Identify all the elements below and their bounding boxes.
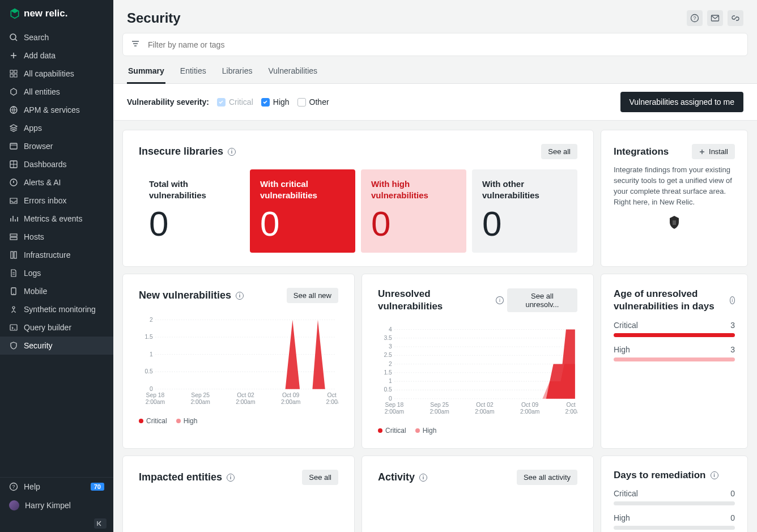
info-icon[interactable]: i — [236, 292, 244, 300]
sidebar-item-label: Query builder — [24, 323, 71, 332]
sidebar-item-query-builder[interactable]: Query builder — [0, 318, 113, 337]
svg-text:2:00am: 2:00am — [565, 408, 577, 415]
stat-tile[interactable]: Total with vulnerabilities0 — [139, 169, 244, 253]
assigned-to-me-button[interactable]: Vulnerabilities assigned to me — [620, 92, 743, 112]
activity-see-all-button[interactable]: See all activity — [517, 470, 577, 485]
sidebar-item-alerts-ai[interactable]: Alerts & AI — [0, 173, 113, 191]
svg-rect-1 — [10, 70, 13, 73]
info-icon[interactable]: i — [227, 474, 235, 482]
tab-libraries[interactable]: Libraries — [221, 61, 254, 83]
svg-text:1.5: 1.5 — [384, 369, 392, 376]
sidebar-item-label: Metrics & events — [24, 214, 82, 223]
help-item[interactable]: ? Help 70 — [0, 478, 113, 496]
stat-tile[interactable]: With high vulnerabilities0 — [361, 169, 466, 253]
sidebar-item-synthetic-monitoring[interactable]: Synthetic monitoring — [0, 300, 113, 318]
see-all-new-button[interactable]: See all new — [287, 288, 338, 303]
link-icon-button[interactable] — [728, 10, 743, 26]
severity-critical-checkbox[interactable]: Critical — [217, 97, 253, 107]
window-icon — [9, 142, 18, 151]
svg-rect-11 — [11, 252, 13, 258]
synth-icon — [9, 305, 18, 314]
search-icon — [9, 33, 18, 42]
svg-text:Oct 16: Oct 16 — [567, 402, 577, 408]
sidebar-item-mobile[interactable]: Mobile — [0, 282, 113, 300]
svg-text:0.5: 0.5 — [384, 387, 392, 393]
svg-text:2:00am: 2:00am — [475, 408, 495, 415]
insecure-libraries-card: Insecure libraries i See all Total with … — [122, 130, 594, 267]
sidebar: new relic. SearchAdd dataAll capabilitie… — [0, 0, 113, 532]
sidebar-item-search[interactable]: Search — [0, 28, 113, 46]
info-icon[interactable]: i — [228, 148, 236, 156]
info-icon[interactable]: i — [419, 474, 427, 482]
svg-text:Oct 02: Oct 02 — [476, 402, 494, 408]
filter-icon[interactable] — [131, 39, 140, 50]
mail-icon-button[interactable] — [707, 10, 723, 26]
info-icon[interactable]: i — [711, 471, 718, 479]
chart: 00.511.52Sep 182:00amSep 252:00amOct 022… — [139, 313, 338, 410]
svg-text:4: 4 — [389, 326, 392, 333]
svg-text:2:00am: 2:00am — [385, 408, 405, 415]
insecure-see-all-button[interactable]: See all — [541, 144, 577, 159]
sidebar-item-metrics-events[interactable]: Metrics & events — [0, 210, 113, 228]
sidebar-item-label: Errors inbox — [24, 196, 66, 205]
tab-vulnerabilities[interactable]: Vulnerabilities — [267, 61, 318, 83]
see-all-unresolved-button[interactable]: See all unresolv... — [507, 288, 577, 312]
insecure-title: Insecure libraries — [139, 146, 223, 158]
query-icon — [9, 323, 18, 332]
sidebar-item-all-capabilities[interactable]: All capabilities — [0, 65, 113, 83]
svg-rect-10 — [10, 237, 17, 240]
plus-icon — [9, 51, 18, 60]
svg-rect-2 — [14, 70, 17, 73]
dash-icon — [9, 160, 18, 169]
age-row: Critical3 — [614, 321, 735, 337]
tab-entities[interactable]: Entities — [179, 61, 207, 83]
svg-text:Sep 25: Sep 25 — [430, 402, 449, 408]
sidebar-item-browser[interactable]: Browser — [0, 137, 113, 155]
impacted-entities-card: Impacted entities i See all — [122, 456, 355, 532]
main: Security ? SummaryEntitiesLibrariesVulne… — [113, 0, 757, 532]
severity-other-checkbox[interactable]: Other — [297, 97, 329, 107]
svg-rect-9 — [10, 234, 17, 236]
sidebar-item-infrastructure[interactable]: Infrastructure — [0, 246, 113, 264]
svg-text:0.5: 0.5 — [144, 368, 153, 374]
activity-card: Activity i See all activity — [362, 456, 594, 532]
help-icon-button[interactable]: ? — [687, 10, 703, 26]
tab-summary[interactable]: Summary — [127, 61, 165, 84]
sidebar-item-label: Dashboards — [24, 160, 67, 169]
sidebar-item-label: Synthetic monitoring — [24, 305, 96, 314]
sidebar-item-apps[interactable]: Apps — [0, 119, 113, 137]
info-icon[interactable]: i — [496, 296, 504, 304]
help-icon: ? — [9, 482, 18, 491]
sidebar-item-all-entities[interactable]: All entities — [0, 83, 113, 101]
sidebar-item-dashboards[interactable]: Dashboards — [0, 155, 113, 173]
logo[interactable]: new relic. — [0, 0, 113, 28]
user-name: Harry Kimpel — [25, 501, 71, 510]
sidebar-item-add-data[interactable]: Add data — [0, 46, 113, 65]
severity-high-checkbox[interactable]: High — [261, 97, 290, 107]
svg-text:Sep 18: Sep 18 — [385, 402, 404, 408]
chart: 00.511.522.533.54Sep 182:00amSep 252:00a… — [378, 323, 577, 419]
install-button[interactable]: Install — [692, 144, 735, 159]
new-vulnerabilities-card: New vulnerabilities i See all new 00.511… — [122, 274, 355, 449]
age-card: Age of unresolved vulnerabilities in day… — [601, 274, 748, 449]
impacted-see-all-button[interactable]: See all — [302, 470, 338, 485]
legend-critical: Critical — [378, 427, 406, 435]
sidebar-item-hosts[interactable]: Hosts — [0, 228, 113, 246]
collapse-sidebar-button[interactable] — [94, 518, 107, 529]
svg-text:2.5: 2.5 — [384, 352, 392, 359]
svg-text:2:00am: 2:00am — [429, 408, 449, 415]
sidebar-item-logs[interactable]: Logs — [0, 264, 113, 282]
user-item[interactable]: Harry Kimpel — [0, 496, 113, 515]
svg-text:Oct 09: Oct 09 — [521, 402, 539, 408]
stat-tile[interactable]: With other vulnerabilities0 — [472, 169, 577, 253]
layers-icon — [9, 124, 18, 133]
info-icon[interactable]: i — [730, 296, 735, 304]
infra-icon — [9, 250, 18, 259]
svg-text:2: 2 — [389, 361, 392, 367]
stat-tile[interactable]: With critical vulnerabilities0 — [250, 169, 355, 253]
globe-icon — [9, 105, 18, 114]
sidebar-item-errors-inbox[interactable]: Errors inbox — [0, 191, 113, 210]
sidebar-item-security[interactable]: Security — [0, 337, 113, 355]
sidebar-item-apm-services[interactable]: APM & services — [0, 101, 113, 119]
filter-input[interactable] — [148, 40, 739, 49]
